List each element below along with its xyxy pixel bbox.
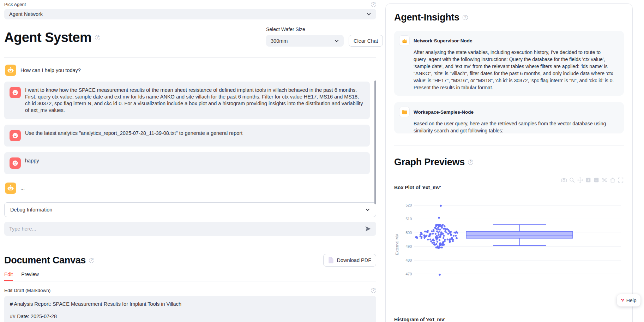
svg-text:510: 510 bbox=[405, 217, 412, 221]
chat-input[interactable]: Type here... bbox=[4, 222, 376, 236]
chevron-down-icon bbox=[365, 207, 370, 212]
document-canvas-help-icon[interactable]: ? bbox=[89, 258, 94, 263]
chat-area: How can I help you today? I want to know… bbox=[4, 65, 376, 194]
plot-modebar bbox=[394, 177, 624, 183]
send-icon[interactable] bbox=[365, 226, 371, 232]
chevron-down-icon bbox=[366, 12, 371, 17]
agent-select-value: Agent Network bbox=[9, 11, 43, 17]
chat-message-text: Use the latest analytics "analytics_repo… bbox=[25, 130, 242, 137]
insight-card-title: Network-Supervisor-Node bbox=[414, 38, 473, 43]
draft-label: Edit Draft (Markdown) bbox=[4, 288, 50, 293]
debug-information-expander[interactable]: Debug Information bbox=[4, 202, 376, 217]
autoscale-icon[interactable] bbox=[601, 177, 608, 183]
document-canvas-title: Document Canvas bbox=[4, 255, 86, 266]
insights-graphs-divider bbox=[394, 145, 624, 145]
svg-text:500: 500 bbox=[405, 231, 412, 235]
main-panel: Pick Agent ? Agent Network Agent System … bbox=[4, 2, 376, 322]
graph-previews-title-row: Graph Previews ? bbox=[394, 157, 624, 168]
canvas-tabs: Edit Preview bbox=[4, 272, 376, 281]
pan-icon[interactable] bbox=[577, 177, 583, 183]
insight-card-title: Workspace-Samples-Node bbox=[414, 109, 474, 115]
page-title-help-icon[interactable]: ? bbox=[95, 35, 100, 40]
boxplot-chart[interactable]: 470480490500510520External MV bbox=[394, 191, 625, 297]
zoom-out-icon[interactable] bbox=[593, 177, 600, 183]
zoom-in-icon[interactable] bbox=[585, 177, 591, 183]
wafer-size-label: Select Wafer Size bbox=[266, 26, 376, 32]
crown-icon bbox=[399, 35, 410, 46]
draft-help-icon[interactable]: ? bbox=[371, 288, 376, 293]
pick-agent-label: Pick Agent bbox=[4, 2, 26, 7]
insight-card-body: After analysing the state variables, inc… bbox=[414, 49, 622, 91]
fullscreen-icon[interactable] bbox=[618, 177, 624, 183]
user-avatar-icon bbox=[10, 87, 21, 98]
download-pdf-button[interactable]: Download PDF bbox=[323, 254, 376, 267]
reset-axes-home-icon[interactable] bbox=[609, 177, 616, 183]
chat-message-user: happy bbox=[4, 152, 370, 174]
agent-insights-title-row: Agent-Insights ? bbox=[394, 12, 624, 23]
markdown-draft-textarea[interactable]: # Analysis Report: SPACE Measurement Res… bbox=[4, 296, 376, 322]
user-avatar-icon bbox=[10, 130, 21, 141]
svg-text:External MV: External MV bbox=[395, 233, 399, 255]
insight-card-body: Based on the user query, here are the re… bbox=[414, 120, 622, 133]
boxplot-title: Box Plot of 'ext_mv' bbox=[394, 185, 624, 190]
zoom-icon[interactable] bbox=[569, 177, 575, 183]
download-pdf-label: Download PDF bbox=[337, 257, 371, 263]
chat-input-placeholder: Type here... bbox=[9, 226, 36, 232]
agent-select[interactable]: Agent Network bbox=[4, 9, 376, 19]
chat-message-user: I want to know how the SPACE measurement… bbox=[4, 82, 370, 119]
tab-edit[interactable]: Edit bbox=[4, 272, 13, 281]
wafer-size-value: 300mm bbox=[271, 38, 288, 44]
question-mark-icon: ? bbox=[621, 297, 624, 303]
graph-previews-title: Graph Previews bbox=[394, 157, 465, 168]
clear-chat-button[interactable]: Clear Chat bbox=[349, 35, 383, 47]
chat-message-assistant: How can I help you today? bbox=[4, 65, 370, 76]
robot-avatar-icon bbox=[5, 183, 16, 194]
agent-insights-panel: Agent-Insights ? Network-Supervisor-Node… bbox=[385, 3, 633, 322]
help-button[interactable]: ? Help bbox=[617, 294, 640, 306]
document-icon bbox=[328, 257, 334, 263]
agent-insights-title: Agent-Insights bbox=[394, 12, 459, 23]
chat-message-text: How can I help you today? bbox=[20, 67, 81, 74]
histogram-title: Histogram of 'ext_mv' bbox=[394, 317, 624, 322]
expander-label: Debug Information bbox=[10, 207, 52, 213]
chat-scrollbar[interactable] bbox=[374, 80, 376, 204]
tab-preview[interactable]: Preview bbox=[21, 272, 39, 281]
header-divider bbox=[4, 57, 376, 58]
svg-text:480: 480 bbox=[405, 258, 412, 262]
folder-icon bbox=[399, 107, 410, 117]
chat-message-user: Use the latest analytics "analytics_repo… bbox=[4, 125, 370, 147]
graph-previews-help-icon[interactable]: ? bbox=[468, 160, 473, 165]
pick-agent-help-icon[interactable]: ? bbox=[371, 2, 376, 7]
svg-text:490: 490 bbox=[405, 244, 412, 249]
insight-card-workspace: Workspace-Samples-Node Based on the user… bbox=[394, 102, 624, 133]
svg-text:520: 520 bbox=[405, 203, 412, 207]
chevron-down-icon bbox=[334, 38, 339, 43]
document-canvas-title-row: Document Canvas ? bbox=[4, 255, 94, 266]
wafer-size-select[interactable]: 300mm bbox=[266, 35, 344, 47]
agent-insights-help-icon[interactable]: ? bbox=[463, 15, 468, 20]
svg-text:470: 470 bbox=[405, 272, 412, 276]
user-avatar-icon bbox=[10, 157, 21, 169]
chat-message-assistant: ... bbox=[4, 183, 370, 194]
page-title-row: Agent System ? bbox=[4, 30, 100, 45]
insight-card-supervisor: Network-Supervisor-Node After analysing … bbox=[394, 31, 624, 96]
chat-message-text: happy bbox=[25, 157, 39, 164]
help-button-label: Help bbox=[626, 298, 637, 303]
chat-message-text: ... bbox=[20, 185, 25, 192]
page-title: Agent System bbox=[4, 30, 91, 45]
section-divider bbox=[4, 246, 376, 246]
chat-message-text: I want to know how the SPACE measurement… bbox=[25, 87, 365, 114]
camera-icon[interactable] bbox=[561, 177, 567, 183]
robot-avatar-icon bbox=[5, 65, 16, 76]
